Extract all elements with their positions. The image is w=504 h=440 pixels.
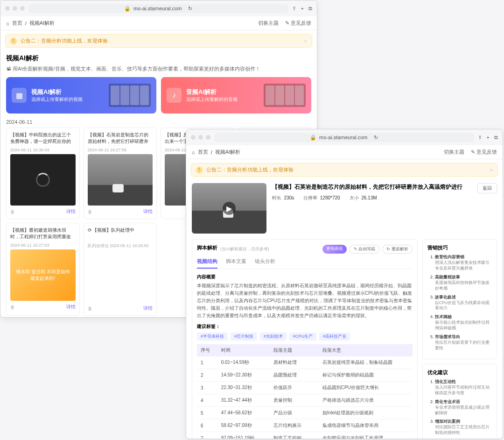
tab-shots[interactable]: 镜头分析 — [255, 258, 275, 269]
back-button[interactable]: 返回 — [477, 183, 497, 193]
pill-autowrite[interactable]: ✎ 自动写稿 — [350, 245, 380, 254]
list-item: 技术揭秘展示核心技术如光刻制作过程增添神秘感 — [435, 314, 492, 331]
tag[interactable]: #CPU生产 — [289, 333, 316, 341]
video-card[interactable]: ⟳ 【视频】队列处理中队列全排位 2024-06-11 16:26:50🗑详情 — [84, 223, 157, 316]
tabs-icon[interactable]: ⧉ — [308, 6, 312, 12]
table-row: 322.30~31.32秒价值跃升硅晶圆到CPU价值巨大增长 — [197, 382, 413, 394]
theme-toggle[interactable]: 切换主题 — [444, 149, 464, 156]
close-icon[interactable]: × — [490, 167, 493, 173]
film-icon: ▦ — [12, 88, 27, 103]
plus-icon[interactable]: + — [487, 135, 490, 141]
summary-text: 本视频深度揭示了芯片制造的精密流程。从原材料石英岩微研至高纯度单晶硅，期间经历熔… — [197, 282, 413, 319]
hero-video[interactable]: ▦ 视频AI解析选择或上传要解析的视频 — [6, 77, 156, 114]
list-item: 增加对比案例对比国际芯工艺主线突出芯片制造的独特性 — [435, 419, 492, 436]
plus-icon[interactable]: + — [301, 6, 304, 12]
url-box[interactable]: 🔒 mo-ai.starneural.com ↻ — [28, 4, 288, 13]
url-box[interactable]: 🔒 mo-ai.starneural.com ↻ — [214, 133, 474, 142]
script-title: 脚本解析 — [197, 244, 217, 251]
table-row: 547.44~58.62秒产品分级如Intel处理器的分级规则 — [197, 407, 413, 419]
page-subtitle: 📽 用AI全面解析视频/音频，视觉文本、画面、音乐、技巧等多方面创作要素，帮助探… — [6, 65, 311, 72]
notice-bar: ! 公告二：音频分析功能上线，欢迎体验 × — [5, 34, 312, 48]
feedback-link[interactable]: ✎ 意见反馈 — [471, 149, 497, 156]
tab-structure[interactable]: 视频结构 — [197, 258, 217, 269]
theme-toggle[interactable]: 切换主题 — [258, 20, 279, 27]
list-item: 教育性内容营销用深入浅出解答复杂技术吸引专业及科普兴趣群体 — [435, 254, 492, 271]
hero-audio[interactable]: ♪ 音频AI解析选择或上传要解析的音频 — [161, 77, 311, 114]
detail-link[interactable]: 详情 — [66, 208, 76, 215]
tag[interactable]: #高科技产业 — [319, 333, 350, 341]
table-row: 10.01~14.59秒原材料处理石英岩提纯至单晶硅，制备硅晶圆 — [197, 356, 413, 369]
list-item: 故事化叙述以CPU价值飞跃为线索牵动观看动力 — [435, 294, 492, 312]
play-icon[interactable]: ▶ — [223, 202, 236, 215]
music-icon: ♪ — [167, 88, 182, 103]
tag[interactable]: #半导体科技 — [197, 333, 228, 341]
breadcrumb: ⌂ 首页 / 视频AI解析 — [192, 149, 240, 156]
side-title-optimize: 优化建议 — [427, 369, 492, 376]
breadcrumb: ⌂ 首页 / 视频AI解析 — [6, 20, 55, 27]
list-item: 简化专业术语专业术语简明普及减少观众理解障碍 — [435, 399, 492, 416]
table-row: 214.59~22.30秒晶圆预处理标记与保护脆弱的硅晶圆 — [197, 369, 413, 382]
tab-copy[interactable]: 脚本文案 — [226, 258, 246, 269]
trash-icon[interactable]: 🗑 — [88, 209, 92, 214]
info-icon: ! — [10, 38, 17, 44]
url: mo-ai.starneural.com — [133, 6, 182, 11]
video-card[interactable]: 【视频】石英岩是制造芯片的原始材料，先把它打碎研磨并放入高温熔炉进行2024-0… — [84, 128, 157, 219]
section-summary: 内容概要 — [197, 274, 413, 280]
detail-link[interactable]: 详情 — [143, 305, 153, 312]
pill-ecommerce[interactable]: 更电商化 — [322, 245, 347, 254]
notice-bar: ! 公告二：音频分析功能上线，欢迎体验 × — [191, 163, 498, 177]
tag[interactable]: #光刻技术 — [260, 333, 287, 341]
share-icon[interactable]: ⇪ — [478, 135, 482, 141]
video-meta: 时长 230s 分辨率 1280*720 大小 26.13M — [272, 195, 472, 201]
trash-icon[interactable]: 🗑 — [10, 209, 15, 214]
trash-icon[interactable]: 🗑 — [10, 305, 15, 310]
video-title: 【视频】石英岩是制造芯片的原始材料，先把它打碎研磨并放入高温熔炉进行 — [272, 183, 472, 191]
video-card[interactable]: 【视频】中科院推出的这三个免费神器，请一定焊死在你的电脑上。一些动态2024-0… — [6, 128, 80, 219]
feedback-link[interactable]: ✎ 意见反馈 — [285, 20, 311, 27]
info-icon: ! — [196, 167, 203, 173]
trash-icon[interactable]: 🗑 — [88, 306, 92, 311]
tabs-icon[interactable]: ⧉ — [494, 135, 498, 141]
table-row: 431.32~47.44秒质量控制严格筛选与跳选芯片分类 — [197, 394, 413, 407]
list-item: 强化互动性加入问答环节或制作过程互动模拟提升参与度 — [435, 379, 492, 396]
side-title-marketing: 营销技巧 — [427, 244, 492, 251]
tag[interactable]: #芯片制造 — [231, 333, 257, 341]
list-item: 市场需求导向突出芯片短缺背景下的行业重要性 — [435, 334, 492, 351]
list-item: 高能量程故事直观展现高科技转换环节激发好奇感 — [435, 274, 492, 291]
table-row: 797.09~151.19秒制造工艺揭秘光刻胶应用与光刻机工作原理 — [197, 432, 413, 440]
list-item: 强化视觉可视化使用图表解释成本、产量等数据提高信息吸收效率 — [435, 439, 492, 439]
page-title: 视频AI解析 — [6, 54, 311, 63]
date-header: 2024-06-11 — [6, 119, 311, 125]
detail-link[interactable]: 详情 — [66, 304, 76, 310]
share-icon[interactable]: ⇪ — [292, 6, 296, 12]
detail-link[interactable]: 详情 — [143, 208, 153, 215]
close-icon[interactable]: × — [304, 38, 307, 44]
video-thumbnail[interactable]: ▶ — [192, 183, 266, 234]
table-row: 658.62~97.09秒芯片结构展示集成电容细节与晶体管布局 — [197, 419, 413, 432]
pill-reparse[interactable]: ↻ 重新解析 — [382, 245, 413, 254]
section-tags: 建议标签： — [197, 323, 413, 330]
segment-table: 序号时间段落主题段落大意 10.01~14.59秒原材料处理石英岩提纯至单晶硅，… — [197, 344, 413, 439]
video-card[interactable]: 【视频】最初建造胡佛水坝时，工程师们打算采用闭塞改道的方式进行修建，但2024-… — [6, 223, 80, 316]
